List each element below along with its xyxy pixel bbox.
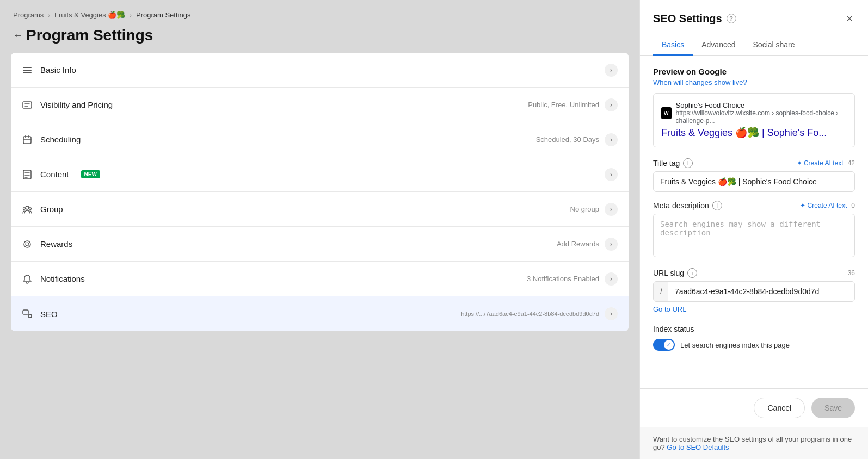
notifications-icon xyxy=(22,274,33,284)
tab-social-share[interactable]: Social share xyxy=(744,35,804,56)
save-button[interactable]: Save xyxy=(811,398,855,418)
basic-info-icon xyxy=(22,65,33,76)
svg-rect-3 xyxy=(23,102,32,108)
notifications-chevron: › xyxy=(605,272,618,286)
seo-value: https://.../7aad6ac4-e9a1-44c2-8b84-dced… xyxy=(461,311,599,317)
svg-point-10 xyxy=(26,243,29,246)
settings-item-group[interactable]: Group No group › xyxy=(11,192,629,227)
index-status-label: Index status xyxy=(653,325,855,333)
breadcrumb: Programs › Fruits & Veggies 🍎🥦 › Program… xyxy=(0,0,639,24)
content-chevron: › xyxy=(605,168,618,181)
url-slug-section: URL slug i 36 / Go to URL xyxy=(653,268,855,314)
url-slug-help-icon[interactable]: i xyxy=(687,268,697,278)
seo-footer: Cancel Save xyxy=(640,388,868,427)
meta-desc-ai-button[interactable]: ✦ Create AI text xyxy=(800,202,847,209)
index-status-text: Let search engines index this page xyxy=(680,341,790,349)
google-preview-section: Preview on Google When will changes show… xyxy=(653,67,855,147)
wix-logo: W xyxy=(661,107,672,119)
scheduling-label: Scheduling xyxy=(40,135,81,144)
settings-item-content[interactable]: Content NEW › xyxy=(11,157,629,192)
breadcrumb-chevron-2: › xyxy=(130,12,132,18)
seo-icon xyxy=(22,308,33,319)
scheduling-icon xyxy=(22,134,33,145)
visibility-icon xyxy=(22,100,33,110)
svg-point-6 xyxy=(26,206,29,209)
meta-desc-help-icon[interactable]: i xyxy=(712,201,722,210)
svg-point-9 xyxy=(24,241,30,247)
back-button-area: ← Program Settings xyxy=(0,24,639,53)
svg-rect-4 xyxy=(23,137,31,144)
url-slug-char-count: 36 xyxy=(848,269,855,277)
settings-item-rewards[interactable]: Rewards Add Rewards › xyxy=(11,227,629,262)
rewards-icon xyxy=(22,239,33,250)
breadcrumb-program[interactable]: Fruits & Veggies 🍎🥦 xyxy=(54,11,125,19)
group-value: No group xyxy=(570,205,599,213)
google-preview-box: W Sophie's Food Choice https://willowvol… xyxy=(653,93,855,147)
visibility-chevron: › xyxy=(605,98,618,111)
meta-desc-input[interactable] xyxy=(653,214,855,257)
group-icon xyxy=(22,204,33,215)
title-tag-char-count: 42 xyxy=(848,159,855,167)
seo-chevron: › xyxy=(605,307,618,320)
svg-point-7 xyxy=(23,207,26,209)
scheduling-value: Scheduled, 30 Days xyxy=(536,135,599,144)
url-slug-input[interactable] xyxy=(668,282,854,301)
notifications-label: Notifications xyxy=(40,274,85,283)
url-slug-field: / xyxy=(653,281,855,302)
svg-point-8 xyxy=(29,207,32,209)
basic-info-chevron: › xyxy=(605,64,618,77)
index-toggle[interactable]: ✓ xyxy=(653,339,675,351)
left-panel: Programs › Fruits & Veggies 🍎🥦 › Program… xyxy=(0,0,639,459)
new-badge: NEW xyxy=(81,170,100,178)
google-page-title: Fruits & Veggies 🍎🥦 | Sophie's Fo... xyxy=(661,127,847,139)
seo-panel: SEO Settings ? × Basics Advanced Social … xyxy=(639,0,868,459)
meta-desc-label: Meta description xyxy=(653,201,709,210)
title-tag-ai-button[interactable]: ✦ Create AI text xyxy=(797,159,844,167)
scheduling-chevron: › xyxy=(605,133,618,146)
content-icon xyxy=(22,169,33,180)
title-tag-help-icon[interactable]: i xyxy=(683,158,693,168)
svg-rect-1 xyxy=(23,70,32,71)
settings-item-notifications[interactable]: Notifications 3 Notifications Enabled › xyxy=(11,262,629,296)
svg-rect-0 xyxy=(23,67,32,68)
index-status-section: Index status ✓ Let search engines index … xyxy=(653,325,855,351)
breadcrumb-programs[interactable]: Programs xyxy=(13,11,44,19)
back-arrow-icon[interactable]: ← xyxy=(13,30,23,41)
rewards-label: Rewards xyxy=(40,239,72,249)
seo-content: Preview on Google When will changes show… xyxy=(640,56,868,388)
svg-rect-11 xyxy=(23,310,28,314)
meta-description-section: Meta description i ✦ Create AI text 0 xyxy=(653,201,855,259)
seo-bottom-bar: Want to customize the SEO settings of al… xyxy=(640,427,868,459)
settings-item-seo[interactable]: SEO https://.../7aad6ac4-e9a1-44c2-8b84-… xyxy=(11,296,629,331)
tab-advanced[interactable]: Advanced xyxy=(693,35,744,56)
settings-item-basic-info[interactable]: Basic Info › xyxy=(11,53,629,88)
group-label: Group xyxy=(40,204,63,214)
settings-item-scheduling[interactable]: Scheduling Scheduled, 30 Days › xyxy=(11,122,629,157)
close-button[interactable]: × xyxy=(844,11,855,26)
settings-item-visibility[interactable]: Visibility and Pricing Public, Free, Unl… xyxy=(11,88,629,122)
seo-defaults-link[interactable]: Go to SEO Defaults xyxy=(667,443,729,451)
google-site-url: https://willowvolovitz.wixsite.com › sop… xyxy=(676,109,847,125)
breadcrumb-chevron-1: › xyxy=(48,12,50,18)
breadcrumb-current: Program Settings xyxy=(136,11,190,19)
basic-info-label: Basic Info xyxy=(40,65,76,75)
go-to-url-link[interactable]: Go to URL xyxy=(653,305,686,313)
seo-help-icon[interactable]: ? xyxy=(727,14,736,23)
group-chevron: › xyxy=(605,203,618,216)
live-changes-link[interactable]: When will changes show live? xyxy=(653,78,855,86)
visibility-value: Public, Free, Unlimited xyxy=(528,101,599,109)
rewards-value: Add Rewards xyxy=(557,240,599,248)
seo-panel-title: SEO Settings xyxy=(653,13,722,25)
tab-basics[interactable]: Basics xyxy=(653,35,693,56)
meta-desc-char-count: 0 xyxy=(851,202,855,209)
title-tag-label: Title tag xyxy=(653,159,680,168)
visibility-label: Visibility and Pricing xyxy=(40,100,113,109)
cancel-button[interactable]: Cancel xyxy=(754,398,805,418)
seo-tabs: Basics Advanced Social share xyxy=(640,35,868,56)
content-label: Content xyxy=(40,170,69,179)
preview-label: Preview on Google xyxy=(653,67,855,76)
seo-header: SEO Settings ? × xyxy=(640,0,868,26)
title-tag-input[interactable] xyxy=(653,171,855,192)
url-slug-label: URL slug xyxy=(653,269,684,277)
google-site-name: Sophie's Food Choice xyxy=(676,101,847,109)
